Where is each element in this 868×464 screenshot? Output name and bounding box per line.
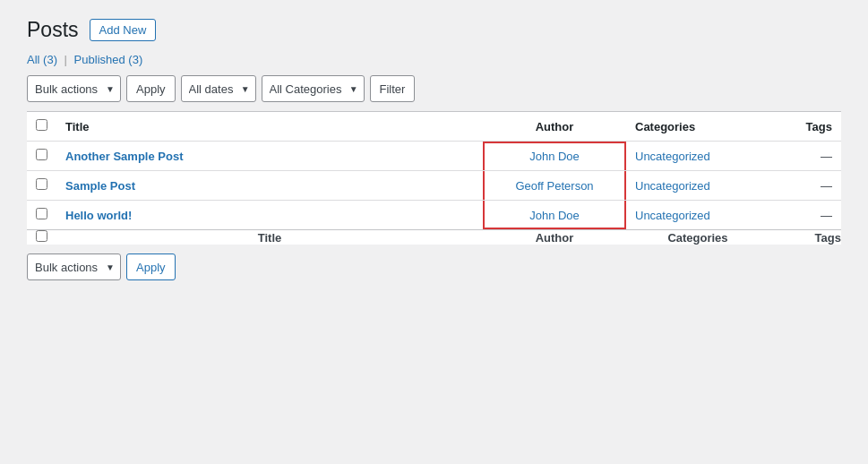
table-row: Another Sample PostJohn DoeUncategorized… <box>27 142 841 171</box>
row-categories-cell: Uncategorized <box>626 201 769 230</box>
tags-value: — <box>821 209 832 222</box>
bottom-toolbar: Bulk actions ▼ Apply <box>27 253 841 280</box>
row-tags-cell: — <box>769 171 841 201</box>
header-title-cell: Title <box>56 112 483 142</box>
table-header-row: Title Author Categories Tags <box>27 112 841 142</box>
header-categories-cell: Categories <box>626 112 769 142</box>
post-title-link[interactable]: Hello world! <box>65 209 132 222</box>
row-checkbox-cell <box>27 201 56 230</box>
post-title-link[interactable]: Sample Post <box>65 179 135 193</box>
header-checkbox-cell <box>27 112 56 142</box>
filter-links: All (3) | Published (3) <box>27 53 841 66</box>
page-title: Posts <box>27 18 79 42</box>
tags-value: — <box>821 179 832 193</box>
header-author-cell: Author <box>483 112 626 142</box>
category-link[interactable]: Uncategorized <box>635 150 710 163</box>
bulk-actions-select[interactable]: Bulk actions <box>27 75 121 102</box>
post-title-link[interactable]: Another Sample Post <box>65 150 183 163</box>
top-toolbar: Bulk actions ▼ Apply All dates ▼ All Cat… <box>27 75 841 102</box>
table-row: Sample PostGeoff PetersonUncategorized— <box>27 171 841 201</box>
filter-published-link[interactable]: Published (3) <box>74 53 143 66</box>
categories-wrapper: All Categories ▼ <box>262 75 365 102</box>
row-checkbox[interactable] <box>36 208 47 219</box>
category-link[interactable]: Uncategorized <box>635 209 710 222</box>
dates-select[interactable]: All dates <box>181 75 256 102</box>
filter-button[interactable]: Filter <box>370 75 416 102</box>
category-link[interactable]: Uncategorized <box>635 179 710 193</box>
top-apply-button[interactable]: Apply <box>126 75 176 102</box>
add-new-button[interactable]: Add New <box>90 19 157 41</box>
row-checkbox-cell <box>27 142 56 171</box>
select-all-checkbox[interactable] <box>36 119 47 131</box>
row-checkbox[interactable] <box>36 149 47 160</box>
filter-all-link[interactable]: All (3) <box>27 53 61 66</box>
row-title-cell: Sample Post <box>56 171 483 201</box>
row-author-cell: Geoff Peterson <box>483 171 626 201</box>
select-all-footer-checkbox[interactable] <box>36 230 47 242</box>
author-link[interactable]: John Doe <box>529 209 580 222</box>
bulk-actions-wrapper: Bulk actions ▼ <box>27 75 121 102</box>
author-link[interactable]: Geoff Peterson <box>515 179 593 193</box>
tags-value: — <box>821 150 832 163</box>
footer-tags-cell: Tags <box>769 230 841 245</box>
row-title-cell: Hello world! <box>56 201 483 230</box>
posts-table: Title Author Categories Tags Another Sam… <box>27 111 841 245</box>
author-link[interactable]: John Doe <box>529 150 580 163</box>
row-tags-cell: — <box>769 201 841 230</box>
footer-categories-cell: Categories <box>626 230 769 245</box>
row-checkbox[interactable] <box>36 178 47 190</box>
row-checkbox-cell <box>27 171 56 201</box>
table-row: Hello world!John DoeUncategorized— <box>27 201 841 230</box>
row-title-cell: Another Sample Post <box>56 142 483 171</box>
dates-wrapper: All dates ▼ <box>181 75 256 102</box>
bottom-bulk-actions-select[interactable]: Bulk actions <box>27 253 121 280</box>
row-categories-cell: Uncategorized <box>626 142 769 171</box>
row-author-cell: John Doe <box>483 142 626 171</box>
bottom-apply-button[interactable]: Apply <box>126 253 176 280</box>
row-author-cell: John Doe <box>483 201 626 230</box>
bottom-bulk-actions-wrapper: Bulk actions ▼ <box>27 253 121 280</box>
footer-checkbox-cell <box>27 230 56 245</box>
header-tags-cell: Tags <box>769 112 841 142</box>
row-tags-cell: — <box>769 142 841 171</box>
categories-select[interactable]: All Categories <box>262 75 365 102</box>
page-header: Posts Add New <box>27 18 841 42</box>
footer-title-cell: Title <box>56 230 483 245</box>
filter-separator: | <box>64 53 67 66</box>
footer-author-cell: Author <box>483 230 626 245</box>
table-footer-row: Title Author Categories Tags <box>27 230 841 245</box>
row-categories-cell: Uncategorized <box>626 171 769 201</box>
